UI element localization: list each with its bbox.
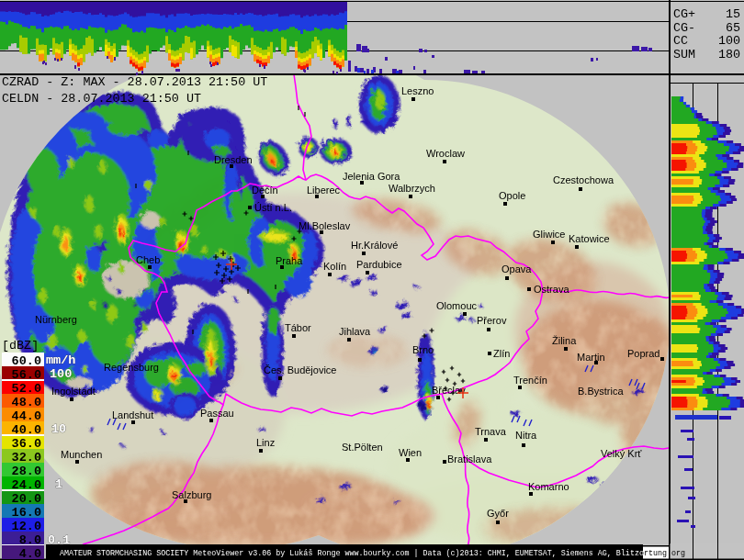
svg-text:St.Pölten: St.Pölten	[342, 442, 383, 453]
svg-text:Salzburg: Salzburg	[172, 489, 211, 500]
svg-text:Nitra: Nitra	[515, 430, 537, 441]
svg-text:10: 10	[51, 422, 66, 436]
svg-text:Zlín: Zlín	[493, 348, 510, 359]
svg-text:Velký Krť: Velký Krť	[601, 448, 642, 459]
svg-text:20.0: 20.0	[12, 492, 41, 506]
svg-text:1: 1	[55, 477, 62, 491]
svg-text:32.0: 32.0	[12, 451, 41, 465]
svg-text:Wroclaw: Wroclaw	[426, 148, 465, 159]
svg-text:4.0: 4.0	[19, 547, 41, 560]
svg-text:Czestochowa: Czestochowa	[553, 174, 614, 185]
svg-text:[dBZ]: [dBZ]	[2, 339, 39, 353]
svg-text:Győr: Győr	[487, 508, 509, 519]
svg-text:28.0: 28.0	[12, 465, 41, 478]
svg-text:Dresden: Dresden	[214, 154, 253, 165]
svg-text:CZRAD - Z: MAX - 28.07.2013 21: CZRAD - Z: MAX - 28.07.2013 21:50 UT	[2, 75, 267, 89]
svg-text:Gliwice: Gliwice	[533, 229, 565, 240]
svg-text:Jelenia Gora: Jelenia Gora	[343, 171, 400, 182]
svg-text:12.0: 12.0	[12, 520, 41, 533]
svg-text:Jihlava: Jihlava	[339, 326, 371, 337]
svg-text:Břeclav: Břeclav	[432, 385, 466, 396]
svg-text:Cheb: Cheb	[136, 254, 160, 265]
svg-text:Trnava: Trnava	[475, 426, 507, 437]
svg-text:B.Bystrica: B.Bystrica	[578, 386, 624, 397]
svg-text:Pardubice: Pardubice	[356, 259, 402, 270]
svg-text:Trenčín: Trenčín	[513, 375, 547, 386]
svg-text:Landshut: Landshut	[112, 409, 153, 420]
svg-text:48.0: 48.0	[12, 396, 41, 409]
svg-text:Martin: Martin	[577, 352, 605, 363]
svg-text:CELDN - 28.07.2013 21:50 UT: CELDN - 28.07.2013 21:50 UT	[2, 92, 201, 106]
svg-text:Nürnberg: Nürnberg	[35, 314, 77, 325]
svg-text:Čes. Budějovice: Čes. Budějovice	[264, 364, 337, 375]
svg-text:100: 100	[718, 34, 740, 48]
svg-text:Komarno: Komarno	[528, 481, 569, 492]
svg-text:180: 180	[718, 48, 740, 62]
svg-text:52.0: 52.0	[12, 382, 41, 396]
svg-text:CC: CC	[673, 34, 688, 48]
svg-text:Poprad: Poprad	[627, 348, 659, 359]
svg-text:16.0: 16.0	[12, 506, 41, 520]
svg-text:CG+: CG+	[673, 7, 695, 21]
svg-text:mm/h: mm/h	[46, 353, 75, 367]
svg-text:Ingolstadt: Ingolstadt	[51, 386, 96, 397]
svg-text:15: 15	[726, 7, 740, 21]
svg-text:AMATEUR STORMCHASING SOCIETY M: AMATEUR STORMCHASING SOCIETY MeteoViewer…	[60, 549, 685, 558]
svg-text:44.0: 44.0	[12, 409, 41, 423]
svg-text:SUM: SUM	[673, 48, 695, 62]
svg-text:Linz: Linz	[256, 437, 275, 448]
svg-text:Leszno: Leszno	[401, 85, 434, 96]
svg-text:Žilina: Žilina	[552, 335, 577, 346]
svg-text:Hr.Králové: Hr.Králové	[351, 240, 398, 251]
svg-text:Ostrava: Ostrava	[534, 284, 569, 295]
svg-text:65: 65	[726, 21, 740, 35]
svg-text:Katowice: Katowice	[569, 233, 610, 244]
svg-text:Praha: Praha	[276, 255, 303, 266]
svg-text:Regensburg: Regensburg	[104, 362, 159, 373]
svg-text:Walbrzych: Walbrzych	[389, 183, 435, 194]
svg-text:36.0: 36.0	[12, 437, 41, 451]
svg-text:60.0: 60.0	[12, 354, 41, 368]
svg-text:Olomouc: Olomouc	[436, 300, 478, 311]
svg-text:CG-: CG-	[673, 21, 695, 35]
svg-text:Opole: Opole	[499, 190, 525, 201]
svg-text:Opava: Opava	[502, 263, 532, 274]
svg-text:Liberec: Liberec	[307, 185, 341, 196]
svg-text:Ml.Boleslav: Ml.Boleslav	[299, 220, 351, 231]
svg-text:Ústí n.L.: Ústí n.L.	[254, 202, 292, 213]
svg-text:Munchen: Munchen	[61, 449, 102, 460]
svg-text:Kolín: Kolín	[323, 261, 346, 272]
svg-text:Passau: Passau	[200, 408, 234, 419]
svg-text:Tábor: Tábor	[285, 322, 311, 333]
svg-text:Wien: Wien	[399, 447, 422, 458]
svg-text:100: 100	[50, 367, 72, 381]
svg-text:Děčín: Děčín	[252, 185, 278, 196]
svg-text:Přerov: Přerov	[477, 315, 507, 326]
svg-text:Brno: Brno	[412, 344, 434, 355]
svg-text:Bratislava: Bratislava	[447, 454, 492, 465]
